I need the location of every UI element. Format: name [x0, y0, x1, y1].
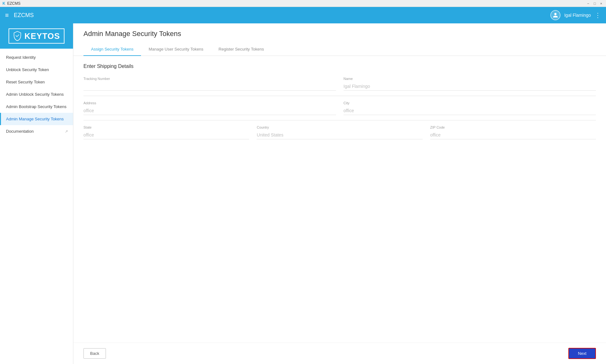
content-area: Admin Manage Security Tokens Assign Secu…	[73, 23, 606, 364]
back-button[interactable]: Back	[83, 348, 106, 359]
zip-code-input[interactable]	[430, 130, 596, 139]
logo-text: KEYTOS	[24, 31, 60, 41]
form-row-3: State Country ZIP Code	[83, 125, 596, 144]
app-icon: K	[3, 1, 5, 6]
form-row-1: Tracking Number Name	[83, 77, 596, 96]
tracking-number-field: Tracking Number	[83, 77, 344, 91]
logo-box: KEYTOS	[9, 28, 64, 44]
city-label: City	[344, 101, 596, 105]
form-row-2: Address City	[83, 101, 596, 120]
sidebar-item-reset-security-token[interactable]: Reset Security Token	[0, 76, 73, 88]
name-label: Name	[344, 77, 596, 81]
maximize-button[interactable]: □	[592, 2, 597, 5]
more-options-icon[interactable]: ⋮	[595, 11, 601, 19]
minimize-button[interactable]: −	[586, 2, 590, 5]
title-bar-left: K EZCMS	[3, 1, 21, 6]
sidebar-logo: KEYTOS	[0, 23, 73, 49]
title-bar-controls[interactable]: − □ ×	[586, 2, 603, 5]
sidebar-item-label: Request Identity	[6, 55, 36, 60]
country-input[interactable]	[257, 130, 422, 139]
sidebar-item-unblock-security-token[interactable]: Unblock Security Token	[0, 64, 73, 76]
avatar	[550, 10, 560, 20]
page-header: Admin Manage Security Tokens	[73, 23, 606, 43]
top-nav: ≡ EZCMS Igal Flamingo ⋮	[0, 7, 606, 23]
tab-assign-security-tokens[interactable]: Assign Security Tokens	[83, 43, 141, 56]
city-field: City	[344, 101, 596, 115]
tab-manage-user-security-tokens[interactable]: Manage User Security Tokens	[141, 43, 211, 56]
sidebar-item-label: Admin Unblock Security Tokens	[6, 92, 64, 97]
name-input[interactable]	[344, 82, 596, 91]
external-link-icon: ↗	[65, 129, 68, 134]
form-section-title: Enter Shipping Details	[83, 64, 596, 69]
next-button[interactable]: Next	[568, 348, 596, 359]
sidebar-item-label: Admin Manage Security Tokens	[6, 117, 64, 121]
sidebar-item-admin-unblock-security-tokens[interactable]: Admin Unblock Security Tokens	[0, 88, 73, 100]
form-area: Enter Shipping Details Tracking Number N…	[73, 56, 606, 343]
main-layout: KEYTOS Request Identity Unblock Security…	[0, 23, 606, 364]
name-field: Name	[344, 77, 596, 91]
sidebar-item-label: Reset Security Token	[6, 80, 45, 84]
sidebar-nav: Request Identity Unblock Security Token …	[0, 49, 73, 364]
sidebar-item-admin-bootstrap-security-tokens[interactable]: Admin Bootstrap Security Tokens	[0, 100, 73, 113]
logo-shield-icon	[13, 31, 22, 41]
sidebar-item-label: Unblock Security Token	[6, 67, 49, 72]
user-name: Igal Flamingo	[564, 13, 591, 18]
address-label: Address	[83, 101, 336, 105]
country-field: Country	[257, 125, 430, 139]
title-bar: K EZCMS − □ ×	[0, 0, 606, 7]
content-footer: Back Next	[73, 343, 606, 364]
page-title: Admin Manage Security Tokens	[83, 30, 596, 38]
state-input[interactable]	[83, 130, 249, 139]
tracking-number-input[interactable]	[83, 82, 336, 91]
sidebar-item-admin-manage-security-tokens[interactable]: Admin Manage Security Tokens	[0, 113, 73, 125]
zip-code-label: ZIP Code	[430, 125, 596, 129]
city-input[interactable]	[344, 106, 596, 115]
form-grid: Tracking Number Name Address	[83, 77, 596, 149]
title-bar-app-name: EZCMS	[7, 1, 21, 6]
sidebar-item-request-identity[interactable]: Request Identity	[0, 51, 73, 64]
app-wrapper: ≡ EZCMS Igal Flamingo ⋮ KEYTOS	[0, 7, 606, 364]
tab-register-security-tokens[interactable]: Register Security Tokens	[211, 43, 272, 56]
top-nav-right: Igal Flamingo ⋮	[550, 10, 601, 20]
address-field: Address	[83, 101, 344, 115]
tracking-number-label: Tracking Number	[83, 77, 336, 81]
state-field: State	[83, 125, 257, 139]
sidebar-item-label: Documentation	[6, 129, 34, 134]
address-input[interactable]	[83, 106, 336, 115]
sidebar-item-documentation[interactable]: Documentation ↗	[0, 125, 73, 137]
hamburger-icon[interactable]: ≡	[5, 12, 9, 19]
state-label: State	[83, 125, 249, 129]
country-label: Country	[257, 125, 422, 129]
top-nav-title: EZCMS	[14, 12, 550, 19]
zip-code-field: ZIP Code	[430, 125, 596, 139]
close-button[interactable]: ×	[599, 2, 603, 5]
sidebar: KEYTOS Request Identity Unblock Security…	[0, 23, 73, 364]
tabs-bar: Assign Security Tokens Manage User Secur…	[73, 43, 606, 56]
sidebar-item-label: Admin Bootstrap Security Tokens	[6, 104, 66, 109]
